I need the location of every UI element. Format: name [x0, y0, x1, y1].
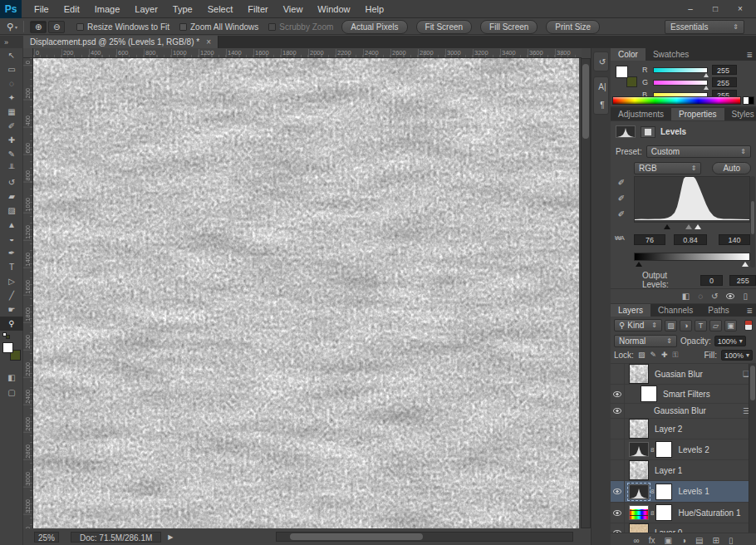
channel-select[interactable]: RGB⇕: [634, 162, 701, 174]
line-tool[interactable]: ╱: [0, 288, 23, 302]
tools-collapse-button[interactable]: »: [0, 36, 23, 48]
tab-properties[interactable]: Properties: [671, 108, 724, 120]
layer-mask-thumbnail[interactable]: [655, 441, 672, 458]
zoom-out-button[interactable]: ⊖: [48, 21, 65, 33]
quick-mask-button[interactable]: ◧: [0, 371, 23, 384]
zoom-in-button[interactable]: ⊕: [30, 21, 47, 33]
print-size-button[interactable]: Print Size: [546, 20, 600, 34]
add-mask-icon[interactable]: ▣: [665, 536, 672, 545]
layer-name[interactable]: Layer 1: [655, 466, 682, 475]
layer-row[interactable]: Gaussian Blur☰: [611, 404, 756, 419]
character-panel-icon[interactable]: A|: [594, 77, 611, 96]
blend-mode-select[interactable]: Normal⇕: [614, 335, 677, 347]
black-point-slider[interactable]: [664, 224, 670, 229]
g-slider[interactable]: [653, 80, 708, 86]
panel-menu-icon[interactable]: ≣: [746, 48, 756, 61]
lock-transparency-icon[interactable]: ▨: [638, 351, 646, 360]
layer-name[interactable]: Gaussian Blur: [654, 406, 706, 415]
document-tab[interactable]: Displacement.psd @ 25% (Levels 1, RGB/8)…: [23, 36, 218, 48]
blur-tool[interactable]: ▲: [0, 218, 23, 232]
color-swatches[interactable]: [2, 342, 21, 361]
checkbox-zoom-all-windows[interactable]: Zoom All Windows: [179, 22, 258, 32]
filter-type-layers-icon[interactable]: T: [695, 320, 707, 331]
paragraph-panel-icon[interactable]: ¶: [594, 96, 611, 114]
output-black-field[interactable]: 0: [700, 275, 724, 286]
visibility-cell[interactable]: [611, 364, 625, 384]
black-point-eyedropper[interactable]: ✐: [616, 176, 627, 188]
tab-color[interactable]: Color: [611, 48, 646, 61]
actual-pixels-button[interactable]: Actual Pixels: [341, 20, 407, 34]
output-black-slider[interactable]: [636, 262, 642, 267]
slider-handle[interactable]: [704, 86, 709, 90]
white-point-eyedropper[interactable]: ✐: [616, 208, 627, 219]
delete-layer-icon[interactable]: ▯: [729, 536, 734, 545]
levels-histogram[interactable]: [634, 176, 750, 223]
layer-name[interactable]: Smart Filters: [663, 390, 710, 399]
foreground-color-swatch[interactable]: [616, 66, 628, 78]
close-button[interactable]: ×: [729, 2, 751, 15]
layer-style-icon[interactable]: fx: [649, 536, 655, 545]
layer-row[interactable]: Layer 2: [611, 419, 756, 439]
menu-type[interactable]: Type: [165, 0, 200, 17]
layer-row[interactable]: 8Hue/Saturation 1: [611, 503, 756, 523]
marquee-tool[interactable]: ▭: [0, 62, 23, 76]
spot-healing-tool[interactable]: ✚: [0, 133, 23, 147]
eye-icon[interactable]: [613, 391, 621, 397]
brush-tool[interactable]: ✎: [0, 147, 23, 161]
preset-select[interactable]: Custom⇕: [646, 145, 751, 158]
input-level-sliders[interactable]: [634, 224, 750, 231]
toggle-visibility-icon[interactable]: [726, 293, 734, 299]
layer-mask-thumbnail[interactable]: [655, 504, 672, 521]
gray-point-eyedropper[interactable]: ✐: [616, 192, 627, 204]
horizontal-scrollbar-thumb[interactable]: [290, 533, 423, 540]
view-previous-state-icon[interactable]: ◌: [698, 292, 703, 301]
crop-tool[interactable]: ▦: [0, 105, 23, 119]
tab-channels[interactable]: Channels: [650, 304, 700, 317]
vertical-scrollbar-thumb[interactable]: [582, 64, 589, 139]
menu-file[interactable]: File: [27, 0, 56, 17]
eye-icon[interactable]: [613, 489, 621, 494]
visibility-cell[interactable]: [611, 503, 625, 523]
foreground-color-swatch[interactable]: [2, 342, 13, 353]
filter-shape-layers-icon[interactable]: ▱: [709, 320, 722, 331]
menu-select[interactable]: Select: [200, 0, 241, 17]
pen-tool[interactable]: ✒: [0, 246, 23, 260]
eye-icon[interactable]: [613, 510, 621, 516]
visibility-cell[interactable]: [611, 481, 625, 502]
history-brush-tool[interactable]: ↺: [0, 175, 23, 189]
spectrum-bw-swatches[interactable]: [743, 96, 754, 105]
layer-row[interactable]: Layer 1: [611, 460, 756, 481]
g-value-field[interactable]: 255: [712, 77, 737, 87]
checkbox-icon[interactable]: [179, 23, 187, 31]
path-selection-tool[interactable]: ▷: [0, 274, 23, 288]
menu-filter[interactable]: Filter: [240, 0, 275, 17]
lock-all-icon[interactable]: ⚿: [673, 351, 679, 360]
tab-adjustments[interactable]: Adjustments: [611, 108, 671, 120]
visibility-cell[interactable]: [611, 385, 625, 403]
layer-name[interactable]: Hue/Saturation 1: [678, 508, 740, 518]
gamma-slider[interactable]: [685, 224, 692, 229]
layers-scrollbar[interactable]: [749, 364, 756, 537]
layer-name[interactable]: Levels 1: [678, 487, 709, 496]
history-panel-icon[interactable]: ↺: [594, 52, 611, 71]
filter-kind-select[interactable]: ⚲Kind ⇕: [614, 319, 662, 331]
properties-scrollbar[interactable]: [750, 176, 755, 268]
black-input-field[interactable]: 76: [634, 234, 665, 245]
add-adjustment-icon[interactable]: ◑: [681, 536, 686, 545]
filter-pixel-layers-icon[interactable]: ▨: [665, 320, 677, 331]
tab-swatches[interactable]: Swatches: [646, 48, 696, 61]
filter-mask-thumbnail[interactable]: [641, 385, 657, 402]
menu-edit[interactable]: Edit: [56, 0, 87, 17]
gamma-input-field[interactable]: 0.84: [674, 234, 707, 245]
maximize-button[interactable]: □: [704, 2, 726, 15]
panel-color-swatches[interactable]: [616, 66, 637, 87]
fill-screen-button[interactable]: Fill Screen: [480, 20, 538, 34]
layer-row[interactable]: 8Levels 1: [611, 481, 756, 503]
output-white-slider[interactable]: [742, 262, 749, 267]
lock-position-icon[interactable]: ✚: [661, 351, 668, 360]
visibility-cell[interactable]: [611, 419, 625, 439]
tab-paths[interactable]: Paths: [700, 304, 737, 317]
new-group-icon[interactable]: ▤: [695, 536, 703, 545]
lock-pixels-icon[interactable]: ✎: [650, 351, 656, 360]
visibility-cell[interactable]: [611, 404, 625, 418]
